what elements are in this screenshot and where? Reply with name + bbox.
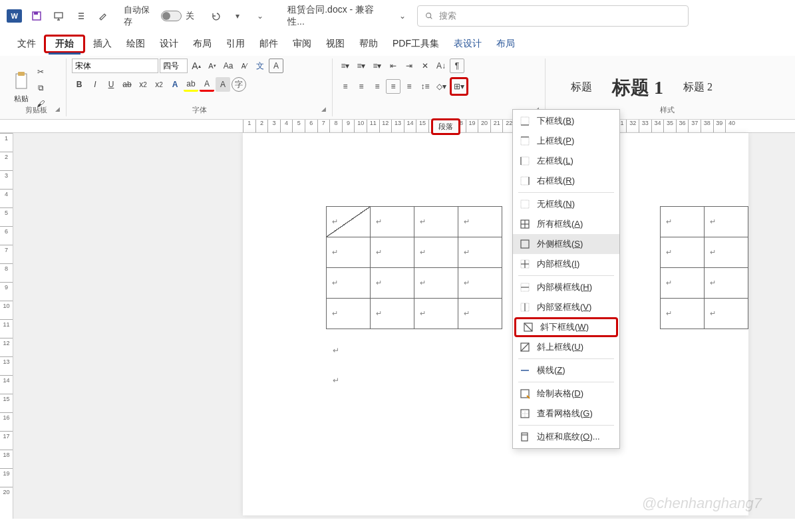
present-icon[interactable] — [51, 8, 67, 24]
tab-review[interactable]: 审阅 — [286, 34, 318, 54]
doc-title-dropdown[interactable]: ⌄ — [395, 8, 410, 24]
table-cell[interactable]: ↵ — [414, 299, 458, 329]
char-border-icon[interactable]: A — [269, 59, 283, 73]
table-cell[interactable]: ↵ — [414, 207, 458, 237]
grow-font-icon[interactable]: A▴ — [189, 59, 204, 73]
align-right-icon[interactable]: ≡ — [370, 79, 385, 94]
increase-indent-icon[interactable]: ⇥ — [402, 59, 416, 73]
table-cell[interactable]: ↵ — [660, 207, 704, 237]
table-cell[interactable]: ↵ — [704, 299, 748, 329]
line-spacing-icon[interactable]: ↕≡ — [418, 79, 432, 94]
align-center-icon[interactable]: ≡ — [354, 79, 369, 94]
align-left-icon[interactable]: ≡ — [338, 79, 353, 94]
phonetic-icon[interactable]: A⁄ — [237, 59, 251, 73]
distributed-icon[interactable]: ≡ — [402, 79, 416, 94]
undo-icon[interactable] — [208, 8, 223, 24]
menu-border-right[interactable]: 右框线(R) — [513, 171, 619, 191]
superscript-button[interactable]: x2 — [152, 77, 166, 92]
menu-diag-down[interactable]: 斜下框线(W) — [514, 317, 618, 337]
asian-layout-icon[interactable]: ✕ — [418, 59, 432, 73]
list-icon[interactable] — [73, 8, 88, 24]
table-cell[interactable]: ↵ — [371, 268, 414, 299]
table-cell[interactable]: ↵ — [371, 237, 414, 268]
tab-layout[interactable]: 布局 — [186, 34, 218, 54]
highlight-color-icon[interactable]: ab — [184, 77, 198, 92]
menu-diag-up[interactable]: 斜上框线(U) — [513, 337, 619, 357]
change-case-icon[interactable]: Aa — [221, 59, 236, 73]
tab-pdf[interactable]: PDF工具集 — [386, 34, 446, 54]
tab-home[interactable]: 开始 — [49, 34, 80, 55]
enclose-char-icon[interactable]: 字 — [232, 77, 246, 92]
autosave-toggle[interactable]: 自动保存 关 — [124, 4, 194, 28]
table-cell[interactable]: ↵ — [327, 237, 371, 268]
table-cell[interactable]: ↵ — [414, 268, 458, 299]
menu-border-inside[interactable]: 内部框线(I) — [513, 254, 619, 274]
multilevel-icon[interactable]: ≡▾ — [370, 59, 385, 73]
sort-icon[interactable]: A↓ — [434, 59, 448, 73]
style-heading1[interactable]: 标题 1 — [612, 75, 663, 100]
bullets-icon[interactable]: ≡▾ — [338, 59, 353, 73]
numbering-icon[interactable]: ≡▾ — [354, 59, 369, 73]
shrink-font-icon[interactable]: A▾ — [205, 59, 220, 73]
menu-hline[interactable]: 横线(Z) — [513, 360, 619, 380]
tab-insert[interactable]: 插入 — [86, 34, 118, 54]
toggle-switch[interactable] — [161, 11, 182, 21]
table-cell[interactable]: ↵ — [704, 237, 748, 268]
menu-draw-table[interactable]: 绘制表格(D) — [513, 384, 619, 404]
italic-button[interactable]: I — [88, 77, 102, 92]
tab-mailings[interactable]: 邮件 — [253, 34, 285, 54]
font-launcher[interactable]: ◢ — [321, 106, 329, 114]
font-name-select[interactable] — [72, 59, 158, 73]
borders-button[interactable]: ⊞▾ — [452, 79, 466, 94]
tab-table-layout[interactable]: 布局 — [490, 34, 522, 54]
table-cell[interactable]: ↵ — [704, 268, 748, 299]
cut-icon[interactable]: ✂ — [33, 65, 48, 79]
menu-view-grid[interactable]: 查看网格线(G) — [513, 404, 619, 424]
menu-border-outside[interactable]: 外侧框线(S) — [513, 234, 619, 254]
table-cell[interactable]: ↵ — [458, 237, 502, 268]
menu-border-inside-v[interactable]: 内部竖框线(V) — [513, 297, 619, 317]
tab-draw[interactable]: 绘图 — [120, 34, 152, 54]
justify-icon[interactable]: ≡ — [386, 79, 400, 94]
table-cell[interactable]: ↵ — [704, 207, 748, 237]
table-cell-diag[interactable]: ↵ — [327, 207, 371, 237]
menu-border-inside-h[interactable]: 内部横框线(H) — [513, 277, 619, 297]
horizontal-ruler[interactable]: 1234567891011121314151617181920212223242… — [0, 120, 795, 133]
brush-icon[interactable] — [95, 8, 110, 24]
table-cell[interactable]: ↵ — [327, 268, 371, 299]
underline-button[interactable]: U — [104, 77, 118, 92]
table-cell[interactable]: ↵ — [660, 268, 704, 299]
table-cell[interactable]: ↵ — [458, 207, 502, 237]
table-cell[interactable]: ↵ — [458, 299, 502, 329]
table-cell[interactable]: ↵ — [414, 237, 458, 268]
table-cell[interactable]: ↵ — [371, 207, 414, 237]
shading-icon[interactable]: ◇▾ — [434, 79, 448, 94]
undo-dropdown-icon[interactable]: ▾ — [230, 8, 245, 24]
save-icon[interactable] — [29, 8, 44, 24]
menu-borders-shading[interactable]: 边框和底纹(O)... — [513, 427, 619, 447]
table-cell[interactable]: ↵ — [660, 299, 704, 329]
table-cell[interactable]: ↵ — [371, 299, 414, 329]
table-cell[interactable]: ↵ — [660, 237, 704, 268]
tab-table-design[interactable]: 表设计 — [447, 34, 488, 54]
tab-file[interactable]: 文件 — [11, 34, 43, 54]
menu-border-all[interactable]: 所有框线(A) — [513, 214, 619, 234]
tab-view[interactable]: 视图 — [319, 34, 351, 54]
menu-border-none[interactable]: 无框线(N) — [513, 194, 619, 214]
vertical-ruler[interactable]: 1234567891011121314151617181920 — [0, 133, 13, 519]
font-color-icon[interactable]: A — [200, 77, 214, 92]
menu-border-top[interactable]: 上框线(P) — [513, 131, 619, 151]
text-effects-icon[interactable]: A — [168, 77, 182, 92]
copy-icon[interactable]: ⧉ — [33, 80, 48, 95]
wen-icon[interactable]: 文 — [253, 59, 267, 73]
menu-border-left[interactable]: 左框线(L) — [513, 151, 619, 171]
menu-border-bottom[interactable]: 下框线(B) — [513, 111, 619, 131]
decrease-indent-icon[interactable]: ⇤ — [386, 59, 400, 73]
bold-button[interactable]: B — [72, 77, 86, 92]
font-size-select[interactable] — [160, 59, 188, 73]
style-title[interactable]: 标题 — [571, 80, 592, 94]
tab-help[interactable]: 帮助 — [353, 34, 385, 54]
tab-design[interactable]: 设计 — [153, 34, 185, 54]
table-cell[interactable]: ↵ — [458, 268, 502, 299]
tab-references[interactable]: 引用 — [220, 34, 251, 54]
